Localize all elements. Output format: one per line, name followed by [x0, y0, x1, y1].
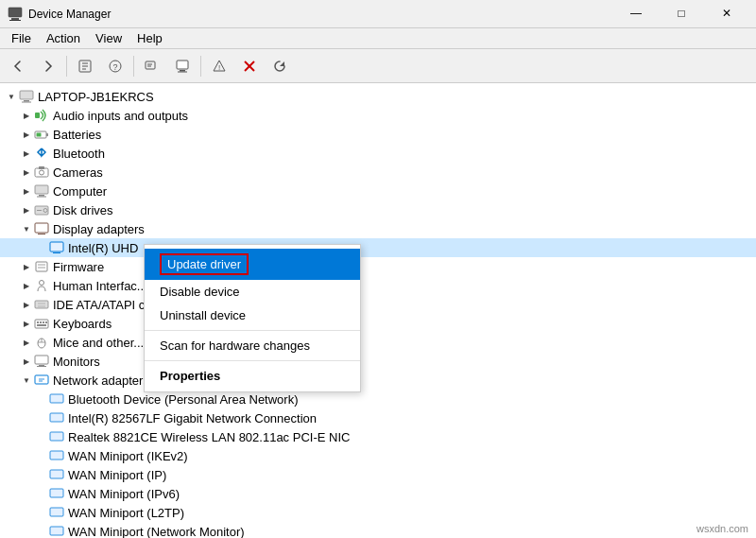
- svg-point-43: [40, 281, 44, 286]
- wan1-label: WAN Miniport (IKEv2): [68, 449, 188, 463]
- tree-item-intel82567[interactable]: Intel(R) 82567LF Gigabit Network Connect…: [0, 408, 756, 427]
- ctx-disable-device[interactable]: Disable device: [145, 280, 360, 304]
- cameras-arrow: [19, 165, 34, 180]
- svg-rect-67: [50, 489, 63, 497]
- svg-rect-56: [35, 356, 48, 364]
- warning-button[interactable]: !: [205, 53, 233, 79]
- svg-rect-20: [20, 91, 33, 99]
- properties-button[interactable]: [71, 53, 99, 79]
- maximize-button[interactable]: □: [660, 0, 703, 27]
- svg-rect-39: [53, 252, 60, 253]
- svg-rect-14: [178, 71, 187, 72]
- tree-item-audio[interactable]: Audio inputs and outputs: [0, 106, 756, 125]
- svg-rect-37: [38, 234, 45, 234]
- properties-label: Properties: [160, 369, 220, 383]
- svg-rect-22: [22, 102, 31, 103]
- network-icon: [34, 373, 49, 388]
- menu-action[interactable]: Action: [39, 29, 88, 47]
- toolbar-separator-1: [66, 56, 67, 77]
- close-button[interactable]: ✕: [705, 0, 748, 27]
- tree-item-batteries[interactable]: Batteries: [0, 125, 756, 144]
- tree-item-ideata[interactable]: IDE ATA/ATAPI c...: [0, 295, 756, 314]
- tree-item-cameras[interactable]: Cameras: [0, 163, 756, 182]
- refresh-button[interactable]: [266, 53, 294, 79]
- menu-file[interactable]: File: [4, 29, 39, 47]
- humaninterface-arrow: [19, 278, 34, 293]
- svg-rect-23: [35, 113, 40, 118]
- wan4-label: WAN Miniport (L2TP): [68, 506, 184, 520]
- svg-rect-31: [39, 195, 44, 197]
- wan1-icon: [49, 448, 64, 463]
- btdevice-label: Bluetooth Device (Personal Area Network): [68, 392, 299, 407]
- svg-marker-19: [280, 61, 284, 66]
- tree-item-displayadapters[interactable]: Display adapters: [0, 219, 756, 238]
- monitors-arrow: [19, 354, 34, 369]
- diskdrives-arrow: [19, 202, 34, 217]
- tree-item-wan1[interactable]: WAN Miniport (IKEv2): [0, 446, 756, 465]
- keyboards-arrow: [19, 316, 34, 331]
- ctx-uninstall-device[interactable]: Uninstall device: [145, 304, 360, 327]
- display-arrow: [19, 221, 34, 236]
- computer-icon2: [34, 183, 49, 199]
- tree-item-monitors[interactable]: Monitors: [0, 352, 756, 371]
- svg-point-28: [40, 170, 44, 175]
- svg-rect-48: [37, 321, 39, 323]
- tree-item-wan2[interactable]: WAN Miniport (IP): [0, 465, 756, 484]
- ctx-update-driver[interactable]: Update driver: [145, 249, 360, 280]
- tree-item-bluetooth[interactable]: Bluetooth: [0, 144, 756, 163]
- ideata-icon: [34, 297, 49, 312]
- mice-arrow: [19, 335, 34, 350]
- svg-rect-32: [37, 197, 46, 198]
- svg-rect-63: [50, 413, 63, 422]
- svg-rect-47: [35, 320, 48, 328]
- back-button[interactable]: [4, 53, 32, 79]
- svg-rect-26: [37, 133, 42, 137]
- svg-rect-59: [35, 375, 48, 384]
- tree-item-wan4[interactable]: WAN Miniport (L2TP): [0, 503, 756, 522]
- tree-item-btdevice[interactable]: Bluetooth Device (Personal Area Network): [0, 390, 756, 408]
- svg-rect-69: [50, 527, 63, 535]
- tree-item-wan5[interactable]: WAN Miniport (Network Monitor): [0, 522, 756, 538]
- svg-rect-49: [40, 321, 42, 323]
- root-arrow: [4, 89, 19, 104]
- tree-item-computer[interactable]: Computer: [0, 182, 756, 200]
- svg-rect-1: [11, 18, 19, 20]
- tree-item-mice[interactable]: Mice and other...: [0, 333, 756, 352]
- keyboards-icon: [34, 316, 49, 331]
- svg-rect-30: [35, 185, 48, 194]
- update-driver-button[interactable]: ?: [101, 53, 129, 79]
- scan-button[interactable]: [138, 53, 166, 79]
- bluetooth-icon: [34, 146, 49, 161]
- firmware-arrow: [19, 259, 34, 274]
- tree-item-diskdrives[interactable]: Disk drives: [0, 200, 756, 219]
- menu-help[interactable]: Help: [129, 29, 170, 47]
- svg-rect-58: [37, 366, 46, 367]
- tree-item-inteluhd[interactable]: Intel(R) UHD: [0, 238, 756, 257]
- firmware-label: Firmware: [53, 260, 104, 274]
- device-tree[interactable]: LAPTOP-JB1EKRCS Audio inputs and outputs…: [0, 83, 756, 538]
- ctx-separator-2: [145, 360, 360, 361]
- tree-item-humaninterface[interactable]: Human Interfac...: [0, 276, 756, 295]
- ctx-properties[interactable]: Properties: [145, 364, 360, 388]
- window-title: Device Manager: [28, 8, 614, 21]
- svg-rect-38: [50, 242, 63, 252]
- forward-button[interactable]: [34, 53, 62, 79]
- tree-item-firmware[interactable]: Firmware: [0, 257, 756, 276]
- delete-button[interactable]: [235, 53, 264, 79]
- svg-rect-62: [50, 394, 63, 403]
- toolbar: ? !: [0, 49, 756, 83]
- svg-rect-50: [43, 321, 44, 323]
- menu-view[interactable]: View: [88, 29, 129, 47]
- tree-item-keyboards[interactable]: Keyboards: [0, 314, 756, 333]
- context-menu: Update driver Disable device Uninstall d…: [144, 244, 361, 392]
- tree-item-networkadapters[interactable]: Network adapters: [0, 371, 756, 390]
- tree-item-wan3[interactable]: WAN Miniport (IPv6): [0, 484, 756, 503]
- svg-rect-68: [50, 508, 63, 516]
- keyboards-label: Keyboards: [53, 317, 112, 331]
- minimize-button[interactable]: —: [614, 0, 658, 27]
- ctx-scan-hardware[interactable]: Scan for hardware changes: [145, 334, 360, 357]
- svg-rect-27: [35, 168, 48, 177]
- computer-icon-btn[interactable]: [168, 53, 197, 79]
- tree-root[interactable]: LAPTOP-JB1EKRCS: [0, 87, 756, 106]
- tree-item-realtek[interactable]: Realtek 8821CE Wireless LAN 802.11ac PCI…: [0, 427, 756, 446]
